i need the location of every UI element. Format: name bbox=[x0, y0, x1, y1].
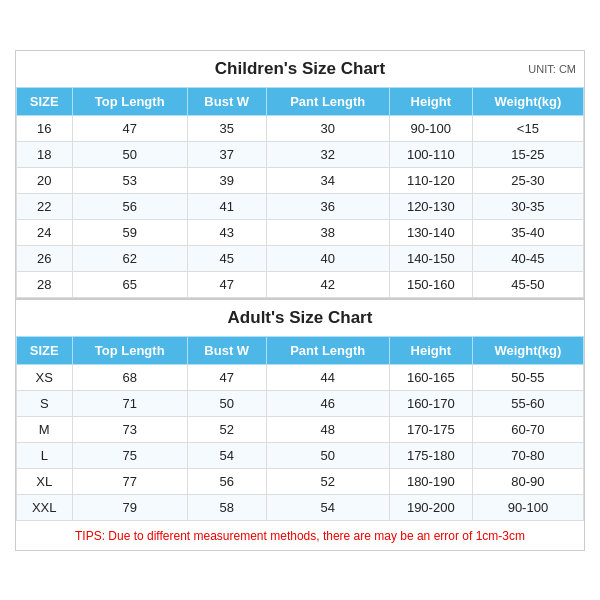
adult-col-bust-w: Bust W bbox=[187, 336, 266, 364]
table-cell: 47 bbox=[72, 115, 187, 141]
table-cell: 35 bbox=[187, 115, 266, 141]
tips-row: TIPS: Due to different measurement metho… bbox=[16, 521, 584, 550]
table-cell: 30 bbox=[266, 115, 389, 141]
children-header-row: SIZE Top Length Bust W Pant Length Heigh… bbox=[17, 87, 584, 115]
table-cell: 50 bbox=[72, 141, 187, 167]
table-cell: 58 bbox=[187, 494, 266, 520]
children-col-pant-length: Pant Length bbox=[266, 87, 389, 115]
table-cell: XXL bbox=[17, 494, 73, 520]
table-row: 20533934110-12025-30 bbox=[17, 167, 584, 193]
adult-header-row: SIZE Top Length Bust W Pant Length Heigh… bbox=[17, 336, 584, 364]
table-cell: 20 bbox=[17, 167, 73, 193]
table-cell: S bbox=[17, 390, 73, 416]
table-cell: 18 bbox=[17, 141, 73, 167]
table-cell: 77 bbox=[72, 468, 187, 494]
table-cell: XL bbox=[17, 468, 73, 494]
table-row: XS684744160-16550-55 bbox=[17, 364, 584, 390]
table-cell: 40 bbox=[266, 245, 389, 271]
table-cell: 48 bbox=[266, 416, 389, 442]
table-row: 24594338130-14035-40 bbox=[17, 219, 584, 245]
table-row: M735248170-17560-70 bbox=[17, 416, 584, 442]
unit-label: UNIT: CM bbox=[528, 63, 576, 75]
adult-col-weight: Weight(kg) bbox=[472, 336, 583, 364]
adult-col-size: SIZE bbox=[17, 336, 73, 364]
table-cell: 52 bbox=[266, 468, 389, 494]
children-col-bust-w: Bust W bbox=[187, 87, 266, 115]
table-row: L755450175-18070-80 bbox=[17, 442, 584, 468]
table-cell: 90-100 bbox=[389, 115, 472, 141]
table-cell: 55-60 bbox=[472, 390, 583, 416]
tips-text: TIPS: Due to different measurement metho… bbox=[75, 529, 525, 543]
table-cell: 47 bbox=[187, 271, 266, 297]
table-cell: 40-45 bbox=[472, 245, 583, 271]
table-cell: 32 bbox=[266, 141, 389, 167]
table-cell: 34 bbox=[266, 167, 389, 193]
table-cell: 60-70 bbox=[472, 416, 583, 442]
children-col-top-length: Top Length bbox=[72, 87, 187, 115]
table-cell: 68 bbox=[72, 364, 187, 390]
table-cell: 73 bbox=[72, 416, 187, 442]
table-row: 18503732100-11015-25 bbox=[17, 141, 584, 167]
table-cell: 45 bbox=[187, 245, 266, 271]
table-cell: 120-130 bbox=[389, 193, 472, 219]
table-cell: 62 bbox=[72, 245, 187, 271]
table-cell: 44 bbox=[266, 364, 389, 390]
table-cell: 46 bbox=[266, 390, 389, 416]
table-cell: 38 bbox=[266, 219, 389, 245]
table-cell: 150-160 bbox=[389, 271, 472, 297]
adult-title-row: Adult's Size Chart bbox=[16, 298, 584, 336]
table-cell: 190-200 bbox=[389, 494, 472, 520]
adult-col-top-length: Top Length bbox=[72, 336, 187, 364]
table-cell: 42 bbox=[266, 271, 389, 297]
adult-col-height: Height bbox=[389, 336, 472, 364]
table-cell: 36 bbox=[266, 193, 389, 219]
table-cell: 47 bbox=[187, 364, 266, 390]
adult-col-pant-length: Pant Length bbox=[266, 336, 389, 364]
table-row: XXL795854190-20090-100 bbox=[17, 494, 584, 520]
children-col-height: Height bbox=[389, 87, 472, 115]
table-cell: 180-190 bbox=[389, 468, 472, 494]
adult-table: SIZE Top Length Bust W Pant Length Heigh… bbox=[16, 336, 584, 521]
table-cell: 24 bbox=[17, 219, 73, 245]
table-row: 22564136120-13030-35 bbox=[17, 193, 584, 219]
table-row: 1647353090-100<15 bbox=[17, 115, 584, 141]
children-title-row: Children's Size Chart UNIT: CM bbox=[16, 51, 584, 87]
table-cell: 70-80 bbox=[472, 442, 583, 468]
table-cell: 15-25 bbox=[472, 141, 583, 167]
table-cell: L bbox=[17, 442, 73, 468]
table-cell: 75 bbox=[72, 442, 187, 468]
table-cell: 26 bbox=[17, 245, 73, 271]
table-cell: 22 bbox=[17, 193, 73, 219]
table-cell: 160-165 bbox=[389, 364, 472, 390]
table-cell: XS bbox=[17, 364, 73, 390]
table-cell: 56 bbox=[72, 193, 187, 219]
table-cell: 65 bbox=[72, 271, 187, 297]
table-cell: <15 bbox=[472, 115, 583, 141]
table-cell: 52 bbox=[187, 416, 266, 442]
table-cell: 35-40 bbox=[472, 219, 583, 245]
table-cell: 50-55 bbox=[472, 364, 583, 390]
table-cell: 54 bbox=[266, 494, 389, 520]
table-cell: 100-110 bbox=[389, 141, 472, 167]
table-cell: 56 bbox=[187, 468, 266, 494]
table-cell: 130-140 bbox=[389, 219, 472, 245]
table-cell: 80-90 bbox=[472, 468, 583, 494]
table-cell: 140-150 bbox=[389, 245, 472, 271]
table-row: 26624540140-15040-45 bbox=[17, 245, 584, 271]
table-cell: M bbox=[17, 416, 73, 442]
adult-title: Adult's Size Chart bbox=[228, 308, 373, 327]
children-title: Children's Size Chart bbox=[215, 59, 385, 78]
table-cell: 170-175 bbox=[389, 416, 472, 442]
children-col-size: SIZE bbox=[17, 87, 73, 115]
table-cell: 90-100 bbox=[472, 494, 583, 520]
table-cell: 30-35 bbox=[472, 193, 583, 219]
table-cell: 39 bbox=[187, 167, 266, 193]
table-cell: 28 bbox=[17, 271, 73, 297]
table-cell: 50 bbox=[187, 390, 266, 416]
table-cell: 37 bbox=[187, 141, 266, 167]
table-cell: 45-50 bbox=[472, 271, 583, 297]
children-table: SIZE Top Length Bust W Pant Length Heigh… bbox=[16, 87, 584, 298]
table-cell: 50 bbox=[266, 442, 389, 468]
table-cell: 110-120 bbox=[389, 167, 472, 193]
table-cell: 53 bbox=[72, 167, 187, 193]
